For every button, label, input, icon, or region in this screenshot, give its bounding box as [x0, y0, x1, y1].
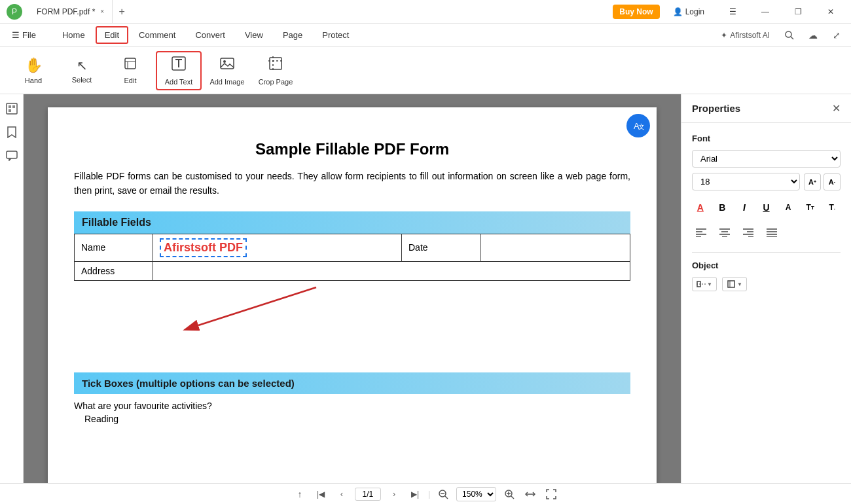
- close-window-button[interactable]: ✕: [816, 0, 846, 24]
- add-image-icon: [219, 56, 235, 75]
- date-label: Date: [402, 234, 480, 261]
- font-decrease-button[interactable]: A-: [824, 173, 841, 190]
- sidebar-bookmark-icon[interactable]: [3, 123, 21, 141]
- hand-tool[interactable]: ✋ Hand: [10, 51, 56, 90]
- crop-page-label: Crop Page: [259, 78, 293, 86]
- last-page-button[interactable]: ▶|: [407, 486, 423, 502]
- menu-edit[interactable]: Edit: [96, 26, 128, 44]
- svg-point-2: [786, 31, 791, 37]
- font-section-title: Font: [692, 134, 841, 143]
- pdf-page: A文 Sample Fillable PDF Form Fillable PDF…: [48, 107, 657, 483]
- superscript-button[interactable]: TT: [802, 198, 819, 217]
- status-sep1: |: [428, 490, 430, 499]
- menu-view[interactable]: View: [236, 26, 272, 44]
- maximize-button[interactable]: ❐: [783, 0, 813, 24]
- menu-page[interactable]: Page: [274, 26, 312, 44]
- font-size-select[interactable]: 18 8101214 16202432: [692, 173, 800, 190]
- search-button[interactable]: [780, 26, 799, 45]
- zoom-in-button[interactable]: [501, 486, 517, 502]
- add-tab-button[interactable]: +: [113, 3, 131, 21]
- expand-icon[interactable]: ⤢: [827, 26, 846, 45]
- menu-right: ✦ Afirstsoft AI ☁ ⤢: [715, 26, 846, 45]
- edit-tool[interactable]: Edit: [107, 51, 153, 90]
- address-value-cell[interactable]: [153, 261, 630, 280]
- tick-option-reading: Reading: [74, 414, 630, 424]
- select-tool[interactable]: ↖ Select: [59, 51, 105, 90]
- login-icon: 👤: [673, 7, 683, 16]
- distribute-object-button[interactable]: ▼: [722, 277, 747, 291]
- zoom-out-button[interactable]: [435, 486, 451, 502]
- svg-line-45: [445, 496, 448, 499]
- prev-page-button[interactable]: ‹: [334, 486, 350, 502]
- zoom-level-select[interactable]: 50%75%100%125% 150%200%: [456, 487, 496, 501]
- table-row: Name Afirstsoft PDF Date: [75, 234, 630, 261]
- svg-rect-15: [7, 103, 17, 114]
- menu-home[interactable]: Home: [53, 26, 94, 44]
- menu-icon-button[interactable]: ☰: [717, 0, 748, 24]
- name-label: Name: [75, 234, 153, 261]
- page-number-input[interactable]: [355, 488, 381, 501]
- fit-width-button[interactable]: [522, 486, 538, 502]
- file-menu[interactable]: ☰ File: [5, 27, 43, 43]
- arrow-svg: [74, 281, 401, 333]
- font-family-row: Arial Times New Roman Helvetica: [692, 150, 841, 168]
- minimize-button[interactable]: —: [750, 0, 780, 24]
- tick-content: What are your favourite activities? Read…: [74, 394, 630, 433]
- svg-rect-19: [7, 151, 17, 158]
- next-page-button[interactable]: ›: [386, 486, 402, 502]
- properties-header: Properties ✕: [681, 94, 851, 123]
- bold-button[interactable]: B: [714, 198, 731, 217]
- align-right-button[interactable]: [739, 223, 757, 242]
- menu-protect[interactable]: Protect: [313, 26, 358, 44]
- tab-filename: FORM PDF.pdf *: [37, 7, 95, 16]
- menu-bar: ☰ File Home Edit Comment Convert View Pa…: [0, 24, 851, 47]
- date-value-cell[interactable]: [480, 234, 630, 261]
- font-color-button[interactable]: A: [692, 198, 709, 217]
- strikethrough-button[interactable]: A: [780, 198, 797, 217]
- login-button[interactable]: 👤 Login: [668, 5, 710, 19]
- add-image-tool[interactable]: Add Image: [204, 51, 250, 90]
- sidebar-thumbnail-icon[interactable]: [3, 99, 21, 118]
- first-page-button[interactable]: |◀: [313, 486, 329, 502]
- tick-boxes-header: Tick Boxes (multiple options can be sele…: [74, 372, 630, 394]
- svg-rect-12: [270, 58, 281, 69]
- font-family-select[interactable]: Arial Times New Roman Helvetica: [692, 150, 841, 168]
- distribute-obj-chevron: ▼: [737, 281, 742, 287]
- ai-button[interactable]: ✦ Afirstsoft AI: [715, 29, 775, 42]
- menu-convert[interactable]: Convert: [186, 26, 234, 44]
- active-tab[interactable]: FORM PDF.pdf * ×: [29, 0, 113, 23]
- underline-button[interactable]: U: [758, 198, 775, 217]
- title-bar-controls: Buy Now 👤 Login ☰ — ❐ ✕: [613, 0, 846, 24]
- name-value-cell[interactable]: Afirstsoft PDF: [153, 234, 402, 261]
- close-properties-button[interactable]: ✕: [832, 102, 841, 115]
- properties-divider: [692, 252, 841, 253]
- subscript-button[interactable]: T.: [824, 198, 841, 217]
- close-tab-icon[interactable]: ×: [100, 8, 104, 15]
- toolbar: ✋ Hand ↖ Select Edit Add Text Add Image …: [0, 47, 851, 94]
- add-text-label: Add Text: [165, 78, 193, 86]
- buy-now-button[interactable]: Buy Now: [613, 5, 659, 19]
- pdf-viewer[interactable]: A文 Sample Fillable PDF Form Fillable PDF…: [24, 94, 681, 483]
- editable-name-value[interactable]: Afirstsoft PDF: [160, 238, 247, 257]
- italic-button[interactable]: I: [736, 198, 753, 217]
- sidebar-comment-icon[interactable]: [3, 147, 21, 165]
- align-object-button[interactable]: ▼: [692, 277, 717, 291]
- font-size-buttons: A+ A-: [804, 173, 841, 190]
- table-row: Address: [75, 261, 630, 280]
- status-bar: ↑ |◀ ‹ › ▶| | 50%75%100%125% 150%200%: [0, 483, 851, 504]
- arrow-area: [74, 281, 630, 333]
- font-increase-button[interactable]: A+: [804, 173, 821, 190]
- align-center-button[interactable]: [715, 223, 734, 242]
- ai-label: Afirstsoft AI: [730, 31, 770, 40]
- add-text-tool[interactable]: Add Text: [156, 51, 202, 90]
- crop-page-tool[interactable]: Crop Page: [253, 51, 299, 90]
- tab-area: FORM PDF.pdf * × +: [29, 0, 131, 23]
- select-icon: ↖: [77, 58, 88, 73]
- align-left-button[interactable]: [692, 223, 710, 242]
- align-justify-button[interactable]: [763, 223, 781, 242]
- translate-icon[interactable]: A文: [626, 114, 650, 137]
- menu-comment[interactable]: Comment: [130, 26, 185, 44]
- upload-button[interactable]: ↑: [292, 486, 308, 502]
- fullscreen-button[interactable]: [543, 486, 559, 502]
- cloud-icon[interactable]: ☁: [804, 26, 822, 45]
